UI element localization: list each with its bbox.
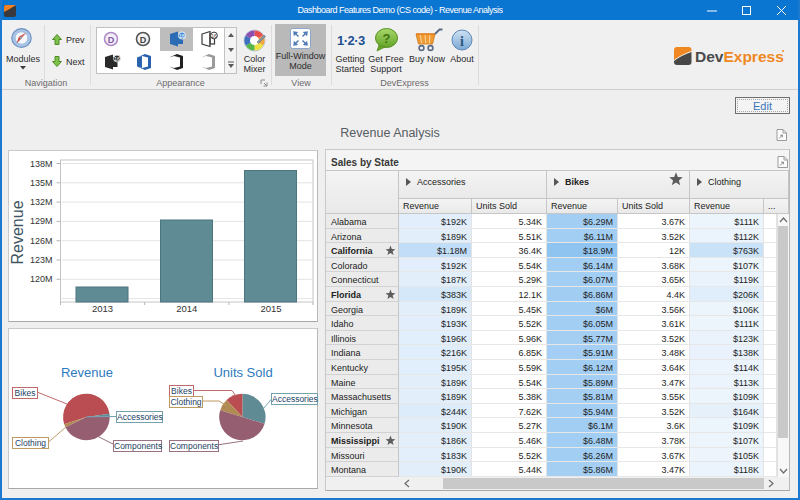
svg-text:Units Sold: Units Sold (213, 365, 272, 380)
svg-text:126M: 126M (30, 236, 53, 246)
svg-text:135M: 135M (30, 178, 53, 188)
svg-text:D: D (108, 35, 115, 45)
svg-text:129M: 129M (30, 216, 53, 226)
svg-text:16: 16 (114, 56, 120, 62)
svg-text:DevExpress: DevExpress (695, 48, 784, 65)
svg-text:2013: 2013 (92, 303, 113, 314)
svg-text:120M: 120M (30, 274, 53, 284)
svg-text:Revenue: Revenue (9, 200, 26, 264)
svg-text:123M: 123M (30, 255, 53, 265)
svg-text:2014: 2014 (176, 303, 197, 314)
svg-text:138M: 138M (30, 159, 53, 169)
svg-text:132M: 132M (30, 197, 53, 207)
svg-text:Revenue: Revenue (61, 365, 113, 380)
svg-text:2015: 2015 (260, 303, 281, 314)
svg-text:16: 16 (211, 33, 217, 39)
svg-text:16: 16 (179, 33, 185, 39)
svg-text:D: D (140, 35, 147, 45)
svg-text:?: ? (383, 31, 391, 46)
svg-text:i: i (460, 34, 464, 49)
